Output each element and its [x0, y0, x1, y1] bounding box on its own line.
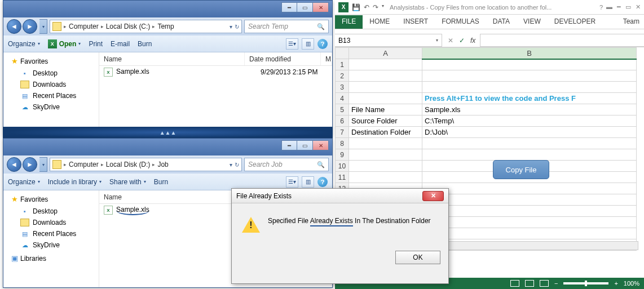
row-header[interactable]: 5: [336, 104, 349, 115]
cell[interactable]: [349, 172, 422, 183]
row-header[interactable]: 7: [336, 127, 349, 138]
nav-skydrive[interactable]: ☁SkyDrive: [6, 239, 96, 251]
back-button[interactable]: ◄: [7, 157, 21, 172]
cancel-icon[interactable]: ✕: [448, 37, 453, 45]
crumb[interactable]: Local Disk (C:): [104, 23, 153, 30]
help-button[interactable]: ?: [317, 39, 328, 49]
page-break-view-icon[interactable]: [540, 280, 549, 287]
redo-icon[interactable]: ↷: [373, 3, 378, 11]
nav-skydrive[interactable]: ☁SkyDrive: [6, 101, 96, 113]
zoom-in-button[interactable]: +: [614, 280, 617, 287]
tab-developer[interactable]: DEVELOPER: [548, 15, 602, 29]
minimize-button[interactable]: ━: [281, 140, 297, 150]
crumb[interactable]: Job: [155, 161, 170, 168]
preview-pane-button[interactable]: ▥: [302, 38, 314, 50]
zoom-level[interactable]: 100%: [624, 280, 639, 287]
forward-button[interactable]: ►: [23, 157, 37, 172]
titlebar[interactable]: ━ ▭ ✕: [3, 139, 332, 155]
fx-icon[interactable]: fx: [470, 37, 475, 45]
include-menu[interactable]: Include in library▾: [48, 178, 102, 186]
copy-file-button[interactable]: Copy File: [493, 160, 549, 179]
chevron-down-icon[interactable]: ▾: [436, 38, 438, 43]
ribbon-options-icon[interactable]: ▬: [606, 3, 612, 11]
cell[interactable]: File Name: [349, 104, 422, 115]
view-options-button[interactable]: ☰▾: [286, 38, 298, 50]
row-header[interactable]: 4: [336, 93, 349, 104]
nav-downloads[interactable]: Downloads: [6, 79, 96, 90]
cell[interactable]: [349, 82, 422, 93]
dialog-titlebar[interactable]: File Already Exists ✕: [232, 189, 448, 203]
cell[interactable]: Source Folder: [349, 115, 422, 127]
cell[interactable]: [422, 70, 637, 82]
cell[interactable]: [422, 206, 637, 217]
tab-data[interactable]: DATA: [486, 15, 517, 29]
formula-bar[interactable]: [480, 34, 644, 47]
refresh-icon[interactable]: ↻: [235, 162, 239, 168]
address-bar[interactable]: ▸ Computer ▸ Local Disk (D:) ▸ Job ▾↻: [50, 158, 242, 171]
file-row[interactable]: XSample.xls 9/29/2013 2:15 PM: [99, 66, 332, 78]
row-header[interactable]: 10: [336, 161, 349, 172]
minimize-button[interactable]: ━: [617, 3, 621, 11]
tab-insert[interactable]: INSERT: [396, 15, 435, 29]
maximize-button[interactable]: ▭: [297, 2, 313, 12]
column-header-b[interactable]: B: [422, 48, 637, 59]
close-button[interactable]: ✕: [313, 2, 329, 12]
preview-pane-button[interactable]: ▥: [302, 176, 314, 188]
row-header[interactable]: 11: [336, 172, 349, 183]
refresh-icon[interactable]: ↻: [235, 24, 239, 30]
favorites-header[interactable]: ★Favorites: [6, 194, 96, 206]
undo-icon[interactable]: ↶: [364, 3, 369, 11]
cell[interactable]: [422, 149, 637, 161]
cell[interactable]: [422, 82, 637, 93]
email-button[interactable]: E-mail: [111, 40, 130, 48]
cell[interactable]: [422, 217, 637, 228]
page-layout-view-icon[interactable]: [525, 280, 534, 287]
column-date[interactable]: Date modified: [245, 52, 321, 65]
organize-menu[interactable]: Organize▾: [8, 40, 40, 48]
history-dropdown[interactable]: ▾: [39, 157, 47, 172]
crumb[interactable]: Local Disk (D:): [104, 161, 153, 168]
cell[interactable]: [349, 93, 422, 104]
search-input[interactable]: Search Temp 🔍: [244, 20, 329, 33]
ok-button[interactable]: OK: [395, 251, 440, 264]
close-button[interactable]: ✕: [313, 140, 329, 150]
favorites-header[interactable]: ★Favorites: [6, 56, 96, 68]
nav-desktop[interactable]: ▪Desktop: [6, 68, 96, 79]
row-header[interactable]: 2: [336, 70, 349, 82]
excel-titlebar[interactable]: X 💾 ↶ ↷ ▾ Analysistabs - Copy Files from…: [335, 0, 644, 15]
column-type[interactable]: M: [321, 52, 332, 65]
cell[interactable]: [349, 161, 422, 172]
row-header[interactable]: 1: [336, 59, 349, 70]
cell[interactable]: [422, 228, 637, 239]
cell[interactable]: D:\Job\: [422, 127, 637, 138]
qat-dropdown-icon[interactable]: ▾: [382, 3, 384, 11]
cell[interactable]: [349, 59, 422, 70]
tab-view[interactable]: VIEW: [517, 15, 548, 29]
nav-recent[interactable]: ▤Recent Places: [6, 228, 96, 239]
share-menu[interactable]: Share with▾: [109, 178, 146, 186]
enter-icon[interactable]: ✓: [459, 37, 465, 45]
crumb[interactable]: Temp: [155, 23, 176, 30]
cell[interactable]: [349, 70, 422, 82]
row-header[interactable]: 3: [336, 82, 349, 93]
column-header-a[interactable]: A: [349, 48, 422, 59]
search-input[interactable]: Search Job 🔍: [244, 158, 329, 171]
nav-downloads[interactable]: Downloads: [6, 217, 96, 228]
close-button[interactable]: ✕: [636, 3, 641, 11]
help-button[interactable]: ?: [317, 177, 328, 187]
cell[interactable]: C:\Temp\: [422, 115, 637, 127]
row-header[interactable]: 6: [336, 115, 349, 127]
tab-team[interactable]: Team: [616, 15, 644, 29]
maximize-button[interactable]: ▭: [297, 140, 313, 150]
organize-menu[interactable]: Organize▾: [8, 178, 40, 186]
back-button[interactable]: ◄: [7, 19, 21, 34]
view-options-button[interactable]: ☰▾: [286, 176, 298, 188]
select-all-corner[interactable]: [336, 48, 349, 59]
maximize-button[interactable]: ▭: [625, 3, 631, 11]
save-icon[interactable]: 💾: [352, 3, 360, 11]
crumb[interactable]: Computer: [67, 161, 101, 168]
tab-home[interactable]: HOME: [363, 15, 396, 29]
cell[interactable]: [349, 138, 422, 149]
titlebar[interactable]: ━ ▭ ✕: [3, 1, 332, 17]
cell[interactable]: [422, 138, 637, 149]
